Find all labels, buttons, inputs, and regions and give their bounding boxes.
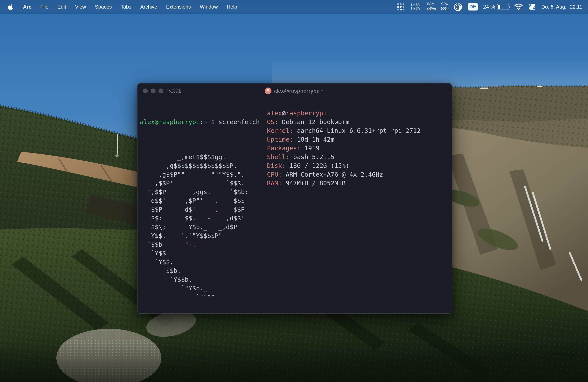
prompt-user-host: alex@raspberrypi bbox=[140, 118, 200, 126]
cpu-meter[interactable]: CPU 8% bbox=[441, 2, 449, 11]
ram-value: 63% bbox=[425, 6, 436, 12]
keyboard-layout-badge[interactable]: DE bbox=[468, 3, 478, 10]
menu-item-edit[interactable]: Edit bbox=[53, 4, 71, 10]
desktop: Arc FileEditViewSpacesTabsArchiveExtensi… bbox=[0, 0, 588, 382]
info-row-uptime: Uptime: 18d 1h 42m bbox=[267, 135, 420, 144]
terminal-titlebar[interactable]: ⌥⌘1 S alex@raspberrypi: ~ bbox=[137, 84, 452, 98]
menu-item-window[interactable]: Window bbox=[195, 4, 222, 10]
info-row-os: OS: Debian 12 bookworm bbox=[267, 118, 420, 127]
menubar-left: Arc FileEditViewSpacesTabsArchiveExtensi… bbox=[0, 0, 242, 14]
terminal-window[interactable]: ⌥⌘1 S alex@raspberrypi: ~ alex@raspberry… bbox=[137, 83, 452, 314]
terminal-content[interactable]: alex@raspberrypi:~ $ screenfetch _,met$$… bbox=[137, 98, 452, 313]
info-row-ram: RAM: 947MiB / 8052MiB bbox=[267, 179, 420, 188]
prompt-path: ~ bbox=[204, 118, 207, 126]
menu-item-archive[interactable]: Archive bbox=[136, 4, 162, 10]
menubar: Arc FileEditViewSpacesTabsArchiveExtensi… bbox=[0, 0, 588, 14]
terminal-app-icon: S bbox=[265, 87, 272, 94]
clock-time: 22:11 bbox=[570, 4, 582, 10]
info-row-disk: Disk: 18G / 122G (15%) bbox=[267, 161, 420, 170]
info-user-host: alex@raspberrypi bbox=[267, 109, 420, 118]
dots-grid-icon[interactable] bbox=[396, 2, 405, 11]
control-center-icon[interactable] bbox=[528, 3, 536, 11]
apple-menu[interactable] bbox=[3, 0, 19, 14]
menu-item-spaces[interactable]: Spaces bbox=[90, 4, 116, 10]
info-row-cpu: CPU: ARM Cortex-A76 @ 4x 2.4GHz bbox=[267, 170, 420, 179]
clock-date: Do. 8. Aug. bbox=[541, 4, 567, 10]
window-title: alex@raspberrypi: ~ bbox=[274, 88, 324, 94]
system-info: alex@raspberrypiOS: Debian 12 bookwormKe… bbox=[267, 109, 420, 188]
menu-item-help[interactable]: Help bbox=[222, 4, 242, 10]
menubar-status: 1 KB/s 1 KB/s RAM 63% CPU 8% bbox=[396, 0, 588, 14]
apple-logo-icon bbox=[8, 4, 13, 10]
menu-item-view[interactable]: View bbox=[71, 4, 90, 10]
network-up: 1 KB/s bbox=[410, 3, 420, 7]
prompt-command: screenfetch bbox=[219, 118, 260, 126]
battery-nub bbox=[509, 6, 510, 8]
menu-items: FileEditViewSpacesTabsArchiveExtensionsW… bbox=[36, 0, 242, 14]
menu-item-tabs[interactable]: Tabs bbox=[116, 4, 136, 10]
window-title-group: S alex@raspberrypi: ~ bbox=[137, 84, 452, 98]
menu-app-name[interactable]: Arc bbox=[19, 4, 36, 10]
battery-fill bbox=[498, 5, 500, 9]
network-speed[interactable]: 1 KB/s 1 KB/s bbox=[410, 3, 420, 10]
battery-status[interactable]: 24 % bbox=[483, 4, 509, 10]
battery-icon bbox=[497, 4, 509, 10]
cpu-label: CPU bbox=[441, 2, 448, 6]
ram-meter[interactable]: RAM 63% bbox=[425, 2, 436, 11]
menubar-clock[interactable]: Do. 8. Aug. 22:11 bbox=[541, 4, 582, 10]
info-row-kernel: Kernel: aarch64 Linux 6.6.31+rpt-rpi-271… bbox=[267, 127, 420, 135]
network-down: 1 KB/s bbox=[410, 7, 420, 11]
menu-item-extensions[interactable]: Extensions bbox=[162, 4, 195, 10]
battery-percent: 24 % bbox=[483, 4, 495, 10]
cpu-value: 8% bbox=[441, 6, 449, 12]
info-row-shell: Shell: bash 5.2.15 bbox=[267, 153, 420, 161]
menu-item-file[interactable]: File bbox=[36, 4, 53, 10]
info-row-packages: Packages: 1919 bbox=[267, 144, 420, 153]
vpn-lock-icon[interactable] bbox=[454, 2, 462, 11]
wifi-icon[interactable] bbox=[514, 3, 523, 10]
ram-label: RAM bbox=[427, 2, 434, 6]
